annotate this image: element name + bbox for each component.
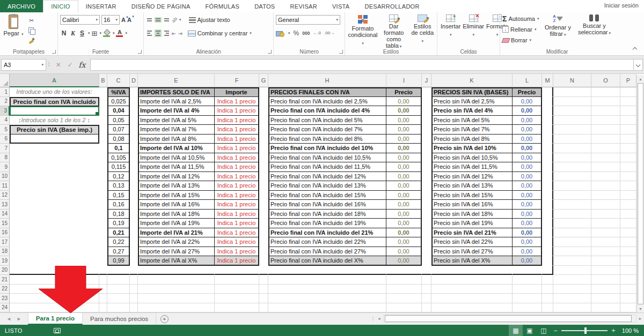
- cell-M8[interactable]: [542, 153, 553, 163]
- cell-E17[interactable]: Importe del IVA al 22%: [138, 237, 215, 247]
- column-header-L[interactable]: L: [513, 74, 542, 87]
- cell-M9[interactable]: [542, 162, 553, 172]
- cell-D2[interactable]: [130, 97, 138, 107]
- cell-H19[interactable]: Precio final con IVA incluido del X%: [268, 256, 386, 266]
- row-header-22[interactable]: 22: [0, 285, 10, 294]
- cell-C5[interactable]: 0,07: [107, 125, 130, 135]
- cell-K19[interactable]: Precio sin IVA del X%: [431, 256, 513, 266]
- cell-L17[interactable]: 0,00: [513, 237, 542, 247]
- cell-A22[interactable]: [10, 285, 99, 294]
- cell-E20[interactable]: [138, 266, 215, 275]
- horizontal-scrollbar[interactable]: ⁞ ◄ ►: [372, 312, 644, 325]
- cell-M7[interactable]: [542, 144, 553, 153]
- cell-D4[interactable]: [130, 116, 138, 125]
- cell-D6[interactable]: [130, 135, 138, 144]
- cell-J2[interactable]: [422, 97, 431, 107]
- column-header-G[interactable]: G: [259, 74, 268, 87]
- cell-D17[interactable]: [130, 237, 138, 247]
- cell-G20[interactable]: [259, 266, 268, 275]
- cell-P18[interactable]: [620, 247, 636, 257]
- cell-P13[interactable]: [620, 200, 636, 210]
- add-sheet-button[interactable]: +: [156, 313, 172, 325]
- cell-D1[interactable]: [130, 87, 138, 97]
- cell-A6[interactable]: [10, 135, 99, 144]
- cell-M11[interactable]: [542, 181, 553, 191]
- cell-J17[interactable]: [422, 237, 431, 247]
- row-header-20[interactable]: 20: [0, 266, 10, 275]
- cell-D9[interactable]: [130, 162, 138, 172]
- cell-O23[interactable]: [591, 294, 620, 303]
- row-header-19[interactable]: 19: [0, 256, 10, 266]
- cell-C7[interactable]: 0,1: [107, 144, 130, 153]
- cell-B13[interactable]: [99, 200, 107, 210]
- insert-cells-button[interactable]: ＋ Insertar: [440, 14, 462, 39]
- cell-E8[interactable]: Importe del IVA al 10,5%: [138, 153, 215, 163]
- cell-J15[interactable]: [422, 219, 431, 228]
- cell-M22[interactable]: [542, 285, 553, 294]
- cell-M21[interactable]: [542, 275, 553, 285]
- align-center-icon[interactable]: [155, 29, 162, 37]
- cell-J13[interactable]: [422, 200, 431, 210]
- cell-I1[interactable]: Precio: [386, 87, 422, 97]
- cell-F11[interactable]: Indica 1 precio: [215, 181, 259, 191]
- cell-K11[interactable]: Precio sin IVA del 13%: [431, 181, 513, 191]
- cell-K18[interactable]: Precio sin IVA del 27%: [431, 247, 513, 257]
- cell-B17[interactable]: [99, 237, 107, 247]
- cell-D21[interactable]: [130, 275, 138, 285]
- cell-L12[interactable]: 0,00: [513, 191, 542, 200]
- align-right-icon[interactable]: [163, 29, 170, 37]
- cell-K4[interactable]: Precio sin IVA del 5%: [431, 116, 513, 125]
- cell-F3[interactable]: Indica 1 precio: [215, 106, 259, 116]
- cell-C8[interactable]: 0,105: [107, 153, 130, 163]
- cell-A7[interactable]: [10, 144, 99, 153]
- cell-J24[interactable]: [422, 303, 431, 313]
- accounting-format-icon[interactable]: [276, 30, 284, 37]
- cell-E18[interactable]: Importe del IVA al 27%: [138, 247, 215, 257]
- shrink-font-icon[interactable]: A▼: [127, 17, 131, 23]
- cell-M20[interactable]: [542, 266, 553, 275]
- scroll-left-icon[interactable]: ◄: [376, 315, 383, 323]
- cell-N8[interactable]: [553, 153, 591, 163]
- cell-N14[interactable]: [553, 210, 591, 219]
- cell-K1[interactable]: PRECIOS SIN IVA (BASES): [431, 87, 513, 97]
- cell-C4[interactable]: 0,05: [107, 116, 130, 125]
- ribbon-tab-diseño-de-página[interactable]: DISEÑO DE PÁGINA: [124, 0, 198, 12]
- cell-M14[interactable]: [542, 210, 553, 219]
- cell-G7[interactable]: [259, 144, 268, 153]
- sort-filter-button[interactable]: AZ Ordenar y filtrar: [542, 14, 573, 45]
- cell-F16[interactable]: Indica 1 precio: [215, 228, 259, 238]
- cell-N6[interactable]: [553, 135, 591, 144]
- cell-A1[interactable]: Introduce uno de los valores:: [10, 87, 99, 97]
- cell-N11[interactable]: [553, 181, 591, 191]
- percent-style-icon[interactable]: %: [294, 29, 299, 37]
- cell-D10[interactable]: [130, 172, 138, 182]
- cell-M24[interactable]: [542, 303, 553, 313]
- cell-M1[interactable]: [542, 87, 553, 97]
- cell-F15[interactable]: Indica 1 precio: [215, 219, 259, 228]
- cell-N4[interactable]: [553, 116, 591, 125]
- cell-A20[interactable]: [10, 266, 99, 275]
- cell-C10[interactable]: 0,12: [107, 172, 130, 182]
- cell-H17[interactable]: Precio final con IVA incluido del 22%: [268, 237, 386, 247]
- cell-I18[interactable]: 0,00: [386, 247, 422, 257]
- cell-I9[interactable]: 0,00: [386, 162, 422, 172]
- sheet-nav-left-icon[interactable]: ◄: [6, 316, 11, 322]
- cell-O5[interactable]: [591, 125, 620, 135]
- cell-F2[interactable]: Indica 1 precio: [215, 97, 259, 107]
- row-header-17[interactable]: 17: [0, 237, 10, 247]
- cell-C16[interactable]: 0,21: [107, 228, 130, 238]
- cell-O15[interactable]: [591, 219, 620, 228]
- cell-F13[interactable]: Indica 1 precio: [215, 200, 259, 210]
- cell-C13[interactable]: 0,16: [107, 200, 130, 210]
- cell-E13[interactable]: Importe del IVA al 16%: [138, 200, 215, 210]
- cell-K6[interactable]: Precio sin IVA del 8%: [431, 135, 513, 144]
- cell-J18[interactable]: [422, 247, 431, 257]
- cell-O18[interactable]: [591, 247, 620, 257]
- cell-P5[interactable]: [620, 125, 636, 135]
- cell-I12[interactable]: 0,00: [386, 191, 422, 200]
- cell-A18[interactable]: [10, 247, 99, 257]
- cell-C12[interactable]: 0,15: [107, 191, 130, 200]
- zoom-in-icon[interactable]: ＋: [609, 326, 618, 335]
- cell-H23[interactable]: [268, 294, 386, 303]
- cell-E14[interactable]: Importe del IVA al 18%: [138, 210, 215, 219]
